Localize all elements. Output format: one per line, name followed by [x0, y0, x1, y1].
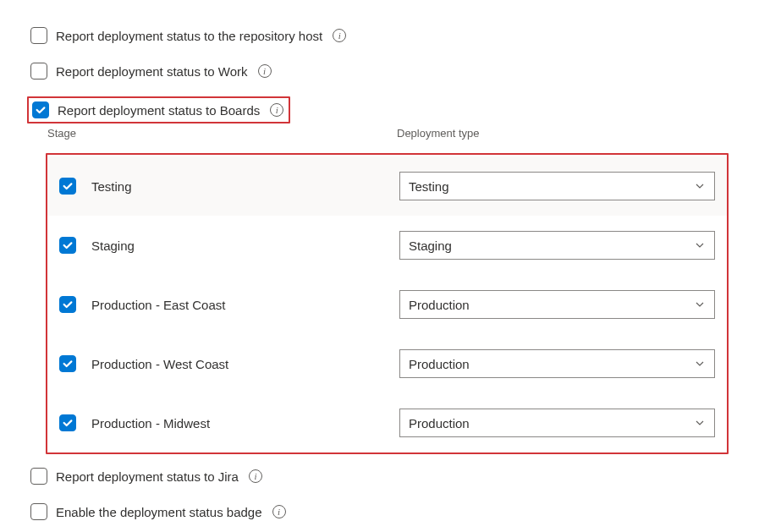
deployment-type-select[interactable]: Production — [399, 290, 715, 319]
chevron-down-icon — [694, 417, 706, 429]
stage-checkbox[interactable] — [59, 237, 76, 254]
info-icon[interactable]: i — [333, 29, 346, 42]
checkbox-repo-host[interactable] — [30, 27, 47, 44]
table-row: TestingTesting — [47, 156, 727, 216]
select-value: Production — [409, 357, 470, 371]
option-jira: Report deployment status to Jira i — [30, 466, 729, 486]
chevron-down-icon — [694, 180, 706, 192]
type-cell: Production — [399, 349, 715, 378]
stage-checkbox[interactable] — [59, 355, 76, 372]
stage-cell: Testing — [59, 178, 399, 195]
option-label-jira[interactable]: Report deployment status to Jira — [56, 469, 239, 484]
stage-checkbox[interactable] — [59, 296, 76, 313]
deployment-type-select[interactable]: Testing — [399, 172, 715, 200]
checkbox-jira[interactable] — [30, 468, 47, 485]
type-cell: Production — [399, 290, 715, 319]
column-header-type: Deployment type — [397, 127, 729, 140]
stage-cell: Production - Midwest — [59, 414, 399, 431]
table-row: StagingStaging — [47, 216, 727, 275]
stage-table-header: Stage Deployment type — [47, 127, 729, 145]
option-label-boards[interactable]: Report deployment status to Boards — [58, 103, 260, 118]
info-icon[interactable]: i — [249, 469, 262, 483]
select-value: Production — [409, 298, 470, 312]
table-row: Production - East CoastProduction — [47, 275, 727, 334]
option-work: Report deployment status to Work i — [30, 61, 729, 81]
deployment-type-select[interactable]: Staging — [399, 231, 715, 260]
checkbox-badge[interactable] — [30, 503, 47, 520]
type-cell: Staging — [399, 231, 715, 260]
chevron-down-icon — [694, 239, 706, 251]
stage-checkbox[interactable] — [59, 414, 76, 431]
stage-name: Testing — [91, 179, 132, 194]
option-label-work[interactable]: Report deployment status to Work — [56, 64, 248, 79]
stage-name: Production - Midwest — [91, 416, 210, 431]
option-label-badge[interactable]: Enable the deployment status badge — [56, 505, 262, 519]
table-row: Production - MidwestProduction — [47, 393, 727, 452]
stage-cell: Staging — [59, 237, 399, 254]
option-label-repo-host[interactable]: Report deployment status to the reposito… — [56, 29, 322, 43]
type-cell: Production — [399, 409, 715, 437]
table-row: Production - West CoastProduction — [47, 334, 727, 393]
select-value: Staging — [409, 239, 452, 253]
stage-name: Production - West Coast — [91, 357, 228, 371]
deployment-type-select[interactable]: Production — [399, 349, 715, 378]
column-header-stage: Stage — [47, 127, 397, 140]
checkbox-work[interactable] — [30, 63, 47, 80]
select-value: Testing — [409, 179, 449, 194]
type-cell: Testing — [399, 172, 715, 200]
info-icon[interactable]: i — [258, 64, 272, 78]
stage-name: Production - East Coast — [91, 298, 225, 312]
select-value: Production — [409, 416, 470, 431]
info-icon[interactable]: i — [272, 505, 286, 518]
stage-table: TestingTestingStagingStagingProduction -… — [46, 153, 729, 454]
chevron-down-icon — [694, 299, 706, 310]
option-boards-highlight: Report deployment status to Boards i — [27, 96, 290, 123]
deployment-type-select[interactable]: Production — [399, 409, 715, 437]
option-badge: Enable the deployment status badge i — [30, 502, 729, 522]
option-repo-host: Report deployment status to the reposito… — [30, 25, 729, 46]
chevron-down-icon — [694, 358, 706, 370]
stage-cell: Production - East Coast — [59, 296, 399, 313]
stage-checkbox[interactable] — [59, 178, 76, 195]
info-icon[interactable]: i — [270, 103, 283, 117]
checkbox-boards[interactable] — [32, 101, 49, 118]
stage-name: Staging — [91, 239, 135, 253]
stage-cell: Production - West Coast — [59, 355, 399, 372]
